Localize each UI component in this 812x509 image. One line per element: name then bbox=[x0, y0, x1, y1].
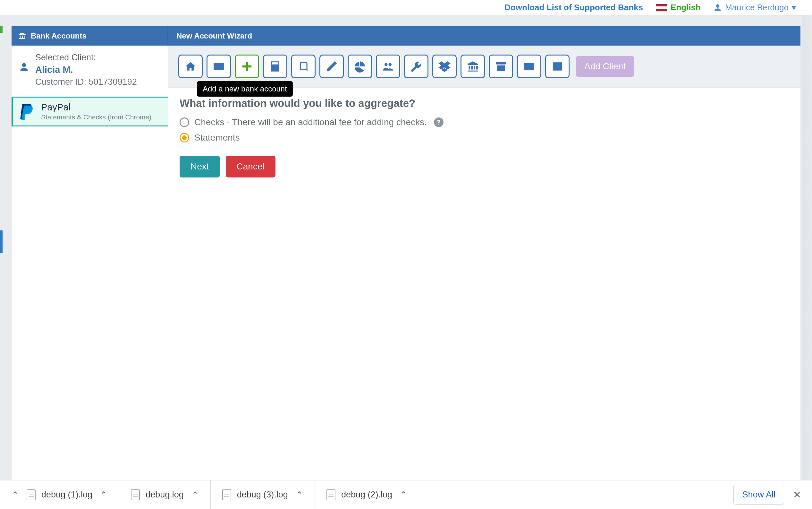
wizard-heading: What information would you like to aggre… bbox=[180, 97, 789, 109]
envelope-icon bbox=[213, 60, 225, 72]
dropbox-icon bbox=[438, 60, 451, 72]
option-statements-row[interactable]: Statements bbox=[180, 133, 789, 143]
toolbar-mail-button[interactable] bbox=[207, 55, 231, 78]
selected-client-label: Selected Client: bbox=[35, 53, 137, 63]
wizard-actions: Next Cancel bbox=[180, 156, 789, 177]
downloads-bar: ⌃ debug (1).log ⌃ debug.log ⌃ debug (3).… bbox=[0, 480, 812, 509]
add-client-button[interactable]: Add Client bbox=[576, 56, 634, 77]
account-list: PayPal Statements & Checks (from Chrome) bbox=[11, 97, 168, 127]
toolbar-book-button[interactable] bbox=[291, 55, 316, 78]
show-all-button[interactable]: Show All bbox=[733, 485, 784, 505]
scrollbar[interactable] bbox=[802, 15, 812, 480]
bank-icon bbox=[18, 32, 26, 40]
chevron-up-icon[interactable]: ⌃ bbox=[400, 490, 407, 500]
sidebar-header: Bank Accounts bbox=[11, 26, 168, 45]
user-name-label: Maurice Berdugo bbox=[725, 3, 788, 12]
next-button[interactable]: Next bbox=[180, 156, 220, 177]
download-filename: debug (1).log bbox=[41, 490, 93, 500]
download-filename: debug (2).log bbox=[341, 490, 392, 500]
language-label: English bbox=[671, 3, 701, 12]
file-icon bbox=[222, 489, 231, 500]
file-icon bbox=[27, 489, 36, 500]
edit-icon bbox=[326, 60, 338, 72]
plus-icon bbox=[241, 60, 253, 72]
radio-statements[interactable] bbox=[180, 133, 189, 142]
download-filename: debug.log bbox=[146, 490, 184, 500]
main-panel: Bank Accounts Selected Client: Alicia M.… bbox=[11, 26, 801, 482]
file-icon bbox=[131, 489, 140, 500]
chevron-up-icon[interactable]: ⌃ bbox=[296, 490, 303, 500]
help-icon[interactable]: ? bbox=[434, 117, 444, 127]
toolbar-reports-button[interactable] bbox=[347, 55, 372, 78]
option-checks-row[interactable]: Checks - There will be an additional fee… bbox=[180, 117, 789, 127]
tooltip-text: Add a new bank account bbox=[203, 84, 287, 93]
customer-id: Customer ID: 5017309192 bbox=[35, 77, 137, 87]
calculator-icon bbox=[269, 60, 281, 72]
wizard-content: What information would you like to aggre… bbox=[168, 88, 801, 187]
download-item[interactable]: debug.log ⌃ bbox=[119, 480, 211, 509]
toolbar-dropbox-button[interactable] bbox=[432, 55, 457, 78]
toolbar-add-account-button[interactable] bbox=[235, 55, 259, 78]
download-filename: debug (3).log bbox=[237, 490, 288, 500]
wrench-icon bbox=[410, 60, 422, 72]
cancel-button[interactable]: Cancel bbox=[226, 156, 275, 177]
tooltip-add-account: Add a new bank account bbox=[197, 81, 293, 97]
option-checks-label: Checks - There will be an additional fee… bbox=[194, 117, 427, 127]
client-name[interactable]: Alicia M. bbox=[35, 65, 137, 75]
language-selector[interactable]: English bbox=[656, 3, 701, 12]
home-icon bbox=[184, 60, 196, 72]
account-name: PayPal bbox=[41, 102, 151, 113]
account-subtext: Statements & Checks (from Chrome) bbox=[41, 113, 151, 121]
paypal-logo-icon bbox=[19, 103, 35, 121]
file-icon bbox=[327, 489, 335, 500]
bank-icon bbox=[467, 60, 479, 72]
credit-card-icon bbox=[523, 60, 535, 72]
toolbar-users-button[interactable] bbox=[376, 55, 400, 78]
main-header-title: New Account Wizard bbox=[176, 31, 252, 40]
close-downloads-button[interactable]: ✕ bbox=[793, 489, 801, 500]
main-header: New Account Wizard bbox=[168, 26, 801, 45]
archive-icon bbox=[495, 60, 507, 72]
stage: Bank Accounts Selected Client: Alicia M.… bbox=[0, 15, 812, 490]
left-green-accent bbox=[0, 26, 3, 33]
option-statements-label: Statements bbox=[194, 133, 240, 143]
list-icon bbox=[551, 60, 563, 72]
download-item[interactable]: debug (2).log ⌃ bbox=[315, 480, 419, 509]
toolbar-list-button[interactable] bbox=[545, 55, 569, 78]
user-menu[interactable]: Maurice Berdugo ▾ bbox=[713, 3, 796, 12]
flag-icon bbox=[656, 4, 667, 11]
toolbar-home-button[interactable] bbox=[178, 55, 203, 78]
sidebar-title: Bank Accounts bbox=[31, 31, 86, 40]
download-banks-link[interactable]: Download List of Supported Banks bbox=[505, 3, 643, 12]
download-item[interactable]: ⌃ debug (1).log ⌃ bbox=[0, 480, 119, 509]
sidebar: Bank Accounts Selected Client: Alicia M.… bbox=[11, 26, 168, 482]
chevron-up-icon[interactable]: ⌃ bbox=[100, 490, 107, 500]
chevron-up-icon[interactable]: ⌃ bbox=[191, 490, 199, 500]
toolbar-settings-button[interactable] bbox=[404, 55, 429, 78]
toolbar-archive-button[interactable] bbox=[489, 55, 513, 78]
radio-checks[interactable] bbox=[180, 117, 189, 127]
account-item-paypal[interactable]: PayPal Statements & Checks (from Chrome) bbox=[11, 97, 168, 127]
book-icon bbox=[297, 60, 309, 72]
selected-client-block: Selected Client: Alicia M. Customer ID: … bbox=[11, 45, 168, 97]
toolbar-calculator-button[interactable] bbox=[263, 55, 287, 78]
top-bar: Download List of Supported Banks English… bbox=[0, 0, 812, 15]
user-icon bbox=[713, 3, 722, 12]
download-item[interactable]: debug (3).log ⌃ bbox=[211, 480, 315, 509]
users-icon bbox=[382, 60, 394, 72]
client-avatar-icon bbox=[19, 53, 29, 87]
chevron-up-icon[interactable]: ⌃ bbox=[11, 490, 19, 500]
main-area: New Account Wizard Add Client bbox=[168, 26, 801, 482]
left-blue-accent bbox=[0, 230, 3, 253]
toolbar-bank-button[interactable] bbox=[460, 55, 485, 78]
pie-chart-icon bbox=[354, 60, 366, 72]
toolbar-edit-button[interactable] bbox=[320, 55, 344, 78]
chevron-down-icon: ▾ bbox=[792, 3, 796, 12]
toolbar-card-button[interactable] bbox=[517, 55, 541, 78]
